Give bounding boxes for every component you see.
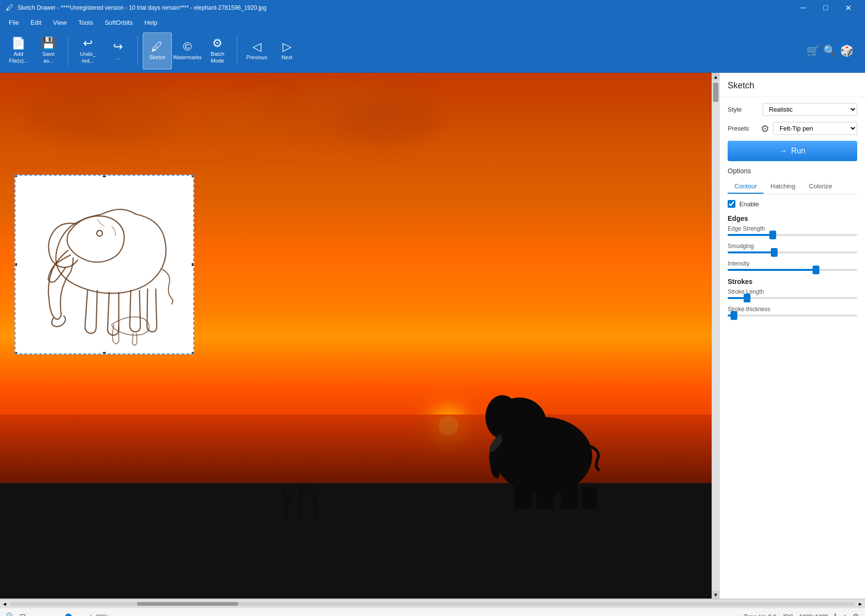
batch-mode-icon: ⚙ [212, 37, 223, 49]
canvas-area[interactable]: ▲ ▼ [0, 73, 719, 599]
tab-contour[interactable]: Contour [728, 180, 764, 194]
redo-button[interactable]: ↪ ... [103, 33, 133, 69]
status-bar-right: Time (s): 0.0 JPG 1920x1280 ℹ ↑ ⚙ [744, 612, 859, 616]
horizontal-scroll-thumb[interactable] [137, 602, 238, 606]
toolbar-group-files: 📄 AddFile(s)... 💾 Saveas... [4, 33, 63, 69]
smudging-slider[interactable] [728, 251, 857, 253]
edges-heading: Edges [728, 215, 857, 222]
add-file-button[interactable]: 📄 AddFile(s)... [4, 33, 33, 69]
selection-handle-br[interactable] [191, 351, 194, 354]
intensity-thumb[interactable] [813, 266, 819, 274]
intensity-slider-row [728, 269, 857, 271]
undo-button[interactable]: ↩ Undo_red... [73, 33, 102, 69]
menu-edit[interactable]: Edit [26, 18, 46, 27]
zoom-level: 80% [96, 613, 114, 616]
selection-handle-tm[interactable] [102, 175, 106, 178]
selection-handle-mr[interactable] [191, 263, 194, 266]
redo-icon: ↪ [113, 41, 123, 52]
menu-tools[interactable]: Tools [73, 18, 98, 27]
vertical-scrollbar[interactable]: ▲ ▼ [712, 73, 719, 599]
edge-strength-slider[interactable] [728, 234, 857, 236]
smudging-label: Smudging [728, 243, 857, 250]
scroll-right-btn[interactable]: ► [858, 601, 863, 607]
edge-strength-thumb[interactable] [769, 231, 776, 239]
scroll-left-btn[interactable]: ◄ [2, 601, 7, 607]
run-arrow-icon: → [780, 147, 787, 155]
tab-hatching[interactable]: Hatching [764, 180, 802, 194]
menu-help[interactable]: Help [139, 18, 162, 27]
enable-row: Enable [728, 200, 857, 208]
status-bar: 🔍 ⊡ − + 80% Time (s): 0.0 JPG 1920x1280 … [0, 608, 865, 616]
share-icon[interactable]: ↑ [843, 613, 847, 616]
scroll-down-btn[interactable]: ▼ [712, 591, 719, 599]
menu-bar: File Edit View Tools SoftOrbits Help [0, 16, 865, 29]
close-button[interactable]: ✕ [837, 0, 859, 16]
style-row: Style Realistic [728, 103, 857, 116]
selection-box[interactable] [15, 175, 194, 354]
zoom-in-icon[interactable]: + [88, 613, 93, 616]
zoom-slider-thumb[interactable] [65, 614, 72, 616]
info-icon[interactable]: ℹ [834, 612, 837, 616]
next-label: Next [282, 54, 293, 61]
sketch-button[interactable]: 🖊 Sketch [143, 33, 172, 69]
svg-line-11 [296, 483, 301, 491]
watermarks-button[interactable]: © Watermarks [173, 33, 202, 69]
canvas-image [0, 73, 719, 599]
zoom-fit-icon[interactable]: 🔍 [6, 612, 16, 616]
run-button[interactable]: → Run [728, 141, 857, 161]
edge-strength-slider-row [728, 234, 857, 236]
presets-label: Presets [728, 125, 757, 132]
svg-point-15 [97, 231, 102, 236]
3d-icon[interactable]: 🎲 [840, 45, 853, 57]
toolbar-group-tools: 🖊 Sketch © Watermarks ⚙ BatchMode [143, 33, 232, 69]
shop-icon[interactable]: 🛒 [806, 45, 819, 57]
menu-file[interactable]: File [4, 18, 24, 27]
sketch-icon: 🖊 [151, 41, 163, 52]
title-bar-controls: ─ □ ✕ [792, 0, 859, 16]
format-status: JPG [782, 614, 793, 616]
stroke-length-thumb[interactable] [744, 294, 750, 302]
zoom-out-icon[interactable]: − [30, 613, 34, 616]
toolbar: 📄 AddFile(s)... 💾 Saveas... ↩ Undo_red..… [0, 29, 865, 73]
next-button[interactable]: ▷ Next [272, 33, 301, 69]
stroke-length-slider[interactable] [728, 297, 857, 299]
intensity-slider[interactable] [728, 269, 857, 271]
batch-mode-button[interactable]: ⚙ BatchMode [203, 33, 232, 69]
batch-mode-label: BatchMode [211, 51, 224, 64]
ground-plants [282, 481, 330, 520]
selection-handle-ml[interactable] [15, 263, 17, 266]
zoom-actual-icon[interactable]: ⊡ [19, 612, 26, 616]
enable-checkbox[interactable] [728, 200, 735, 208]
previous-label: Previous [247, 54, 267, 61]
time-status: Time (s): 0.0 [744, 614, 776, 616]
selection-handle-tr[interactable] [191, 175, 194, 178]
zoom-controls: − + 80% [30, 613, 114, 616]
tab-colorize[interactable]: Colorize [802, 180, 839, 194]
undo-label: Undo_red... [80, 51, 96, 64]
smudging-slider-row [728, 251, 857, 253]
presets-select[interactable]: Felt-Tip pen [773, 122, 857, 135]
selection-handle-bm[interactable] [102, 351, 106, 354]
menu-softorbits[interactable]: SoftOrbits [100, 18, 138, 27]
previous-button[interactable]: ◁ Previous [242, 33, 271, 69]
style-select[interactable]: Realistic [763, 103, 857, 116]
selection-handle-tl[interactable] [15, 175, 17, 178]
stroke-thickness-thumb[interactable] [731, 311, 737, 320]
save-as-button[interactable]: 💾 Saveas... [34, 33, 63, 69]
scroll-thumb-v[interactable] [713, 83, 718, 102]
toolbar-sep-3 [237, 36, 237, 66]
svg-rect-5 [561, 485, 578, 509]
selection-handle-bl[interactable] [15, 351, 17, 354]
stroke-thickness-slider[interactable] [728, 315, 857, 316]
minimize-button[interactable]: ─ [792, 0, 815, 16]
app-icon: 🖊 [6, 3, 14, 12]
maximize-button[interactable]: □ [815, 0, 837, 16]
menu-view[interactable]: View [48, 18, 71, 27]
scroll-up-btn[interactable]: ▲ [712, 73, 719, 81]
search-toolbar-icon[interactable]: 🔍 [823, 45, 836, 57]
smudging-thumb[interactable] [771, 248, 778, 257]
strokes-heading: Strokes [728, 278, 857, 285]
horizontal-scroll-track[interactable] [10, 602, 855, 606]
svg-rect-4 [536, 487, 553, 509]
settings-status-icon[interactable]: ⚙ [852, 612, 859, 616]
